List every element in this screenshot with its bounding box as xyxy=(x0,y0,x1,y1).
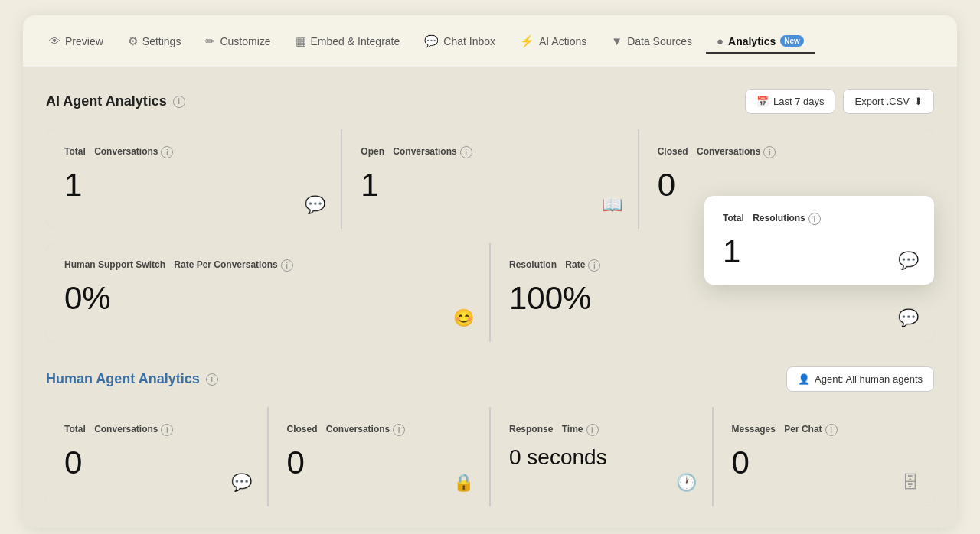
nav-preview-label: Preview xyxy=(65,35,103,47)
human-section-header: Human Agent Analytics i 👤 Agent: All hum… xyxy=(46,366,934,392)
ai-section-header: AI Agent Analytics i 📅 Last 7 days Expor… xyxy=(46,89,934,114)
human-section-title-text: Human Agent Analytics xyxy=(46,371,200,387)
human-support-value: 0% xyxy=(64,282,471,314)
human-section-info-icon[interactable]: i xyxy=(206,373,218,386)
last-7-days-button[interactable]: 📅 Last 7 days xyxy=(745,89,836,114)
tooltip-icon: 💬 xyxy=(898,251,919,271)
nav-ai-actions[interactable]: ⚡ AI Actions xyxy=(509,28,597,54)
nav-data-sources-label: Data Sources xyxy=(627,35,692,47)
messages-per-chat-icon: 🗄 xyxy=(902,473,919,493)
export-label: Export .CSV xyxy=(854,96,910,107)
nav-chat-inbox-label: Chat Inbox xyxy=(443,35,495,47)
ai-section-info-icon[interactable]: i xyxy=(173,96,185,108)
human-section-title: Human Agent Analytics i xyxy=(46,371,218,387)
messages-per-chat-card: Messages Per Chat i 0 🗄 xyxy=(714,407,935,506)
nav-analytics-label: Analytics xyxy=(728,35,776,47)
human-section: Human Agent Analytics i 👤 Agent: All hum… xyxy=(46,366,934,506)
human-total-conv-info[interactable]: i xyxy=(161,424,173,436)
human-metrics-grid: Total Conversations i 0 💬 Closed Convers… xyxy=(46,407,934,506)
total-conv-info[interactable]: i xyxy=(161,146,173,158)
user-icon: 👤 xyxy=(798,373,810,385)
response-time-label: Response Time i xyxy=(509,424,694,436)
human-closed-conv-icon: 🔒 xyxy=(453,473,474,493)
resolution-rate-info[interactable]: i xyxy=(588,259,600,272)
ai-header-actions: 📅 Last 7 days Export .CSV ⬇ xyxy=(745,89,934,114)
human-closed-conv-info[interactable]: i xyxy=(393,424,405,436)
human-support-info[interactable]: i xyxy=(281,259,293,272)
tooltip-info-icon[interactable]: i xyxy=(808,213,821,225)
agent-filter-button[interactable]: 👤 Agent: All human agents xyxy=(786,366,934,392)
closed-conv-info[interactable]: i xyxy=(763,146,776,158)
data-sources-icon: ▼ xyxy=(611,34,622,47)
ai-section-title-text: AI Agent Analytics xyxy=(46,93,167,109)
human-total-conv-icon: 💬 xyxy=(231,473,252,493)
ai-section-title: AI Agent Analytics i xyxy=(46,93,185,109)
embed-icon: ▦ xyxy=(296,34,306,48)
nav-chat-inbox[interactable]: 💬 Chat Inbox xyxy=(413,28,506,54)
agent-filter-label: Agent: All human agents xyxy=(815,373,923,385)
open-conversations-label: Open Conversations i xyxy=(361,146,619,158)
messages-per-chat-label: Messages Per Chat i xyxy=(732,424,916,436)
ai-actions-icon: ⚡ xyxy=(520,34,534,48)
messages-per-chat-value: 0 xyxy=(732,447,916,479)
nav-embed-label: Embed & Integrate xyxy=(311,35,400,47)
export-csv-button[interactable]: Export .CSV ⬇ xyxy=(843,89,934,114)
human-closed-conv-value: 0 xyxy=(287,447,472,479)
content-area: AI Agent Analytics i 📅 Last 7 days Expor… xyxy=(23,67,957,528)
human-header-actions: 👤 Agent: All human agents xyxy=(786,366,934,392)
open-conversations-value: 1 xyxy=(361,169,619,201)
total-conversations-label: Total Conversations i xyxy=(64,146,322,158)
settings-icon: ⚙ xyxy=(128,34,138,48)
nav-embed[interactable]: ▦ Embed & Integrate xyxy=(285,28,411,54)
human-support-switch-card: Human Support Switch Rate Per Conversati… xyxy=(46,243,489,342)
tooltip-label: Total Resolutions i xyxy=(723,213,916,225)
total-conversations-icon: 💬 xyxy=(305,195,325,215)
total-conversations-value: 1 xyxy=(64,169,322,201)
analytics-badge: New xyxy=(780,35,804,47)
nav-preview[interactable]: 👁 Preview xyxy=(38,28,114,54)
tooltip-value: 1 xyxy=(723,236,916,268)
resolution-rate-value: 100% xyxy=(509,282,916,314)
nav-settings[interactable]: ⚙ Settings xyxy=(117,28,192,54)
main-container: 👁 Preview ⚙ Settings ✏ Customize ▦ Embed… xyxy=(23,15,957,528)
nav-customize[interactable]: ✏ Customize xyxy=(194,28,281,54)
calendar-icon: 📅 xyxy=(756,96,769,107)
open-conversations-card: Open Conversations i 1 📖 xyxy=(342,129,637,229)
nav-analytics[interactable]: ● Analytics New xyxy=(706,28,815,54)
resolution-rate-icon: 💬 xyxy=(898,308,919,328)
human-closed-conversations-card: Closed Conversations i 0 🔒 xyxy=(269,407,490,506)
download-icon: ⬇ xyxy=(914,96,923,107)
last-days-label: Last 7 days xyxy=(773,96,825,107)
human-support-label: Human Support Switch Rate Per Conversati… xyxy=(64,259,471,272)
response-time-info[interactable]: i xyxy=(586,424,599,436)
open-conv-info[interactable]: i xyxy=(460,146,472,158)
open-conversations-icon: 📖 xyxy=(602,195,622,215)
preview-icon: 👁 xyxy=(49,34,60,47)
closed-conversations-label: Closed Conversations i xyxy=(658,146,916,158)
response-time-icon: 🕐 xyxy=(676,473,697,493)
nav-ai-actions-label: AI Actions xyxy=(539,35,586,47)
response-time-value: 0 seconds xyxy=(509,447,694,468)
human-total-conv-label: Total Conversations i xyxy=(64,424,249,436)
nav-bar: 👁 Preview ⚙ Settings ✏ Customize ▦ Embed… xyxy=(23,15,957,67)
analytics-icon: ● xyxy=(717,34,724,47)
human-support-icon: 😊 xyxy=(453,308,474,328)
total-resolutions-tooltip: Total Resolutions i 1 💬 xyxy=(704,196,934,285)
messages-per-chat-info[interactable]: i xyxy=(825,424,838,436)
chat-inbox-icon: 💬 xyxy=(424,34,439,48)
total-conversations-card: Total Conversations i 1 💬 xyxy=(46,129,341,229)
nav-customize-label: Customize xyxy=(220,35,270,47)
nav-data-sources[interactable]: ▼ Data Sources xyxy=(600,28,703,54)
customize-icon: ✏ xyxy=(205,34,215,48)
human-closed-conv-label: Closed Conversations i xyxy=(287,424,472,436)
human-total-conv-value: 0 xyxy=(64,447,249,479)
nav-settings-label: Settings xyxy=(142,35,181,47)
human-total-conversations-card: Total Conversations i 0 💬 xyxy=(46,407,267,506)
response-time-card: Response Time i 0 seconds 🕐 xyxy=(491,407,712,506)
